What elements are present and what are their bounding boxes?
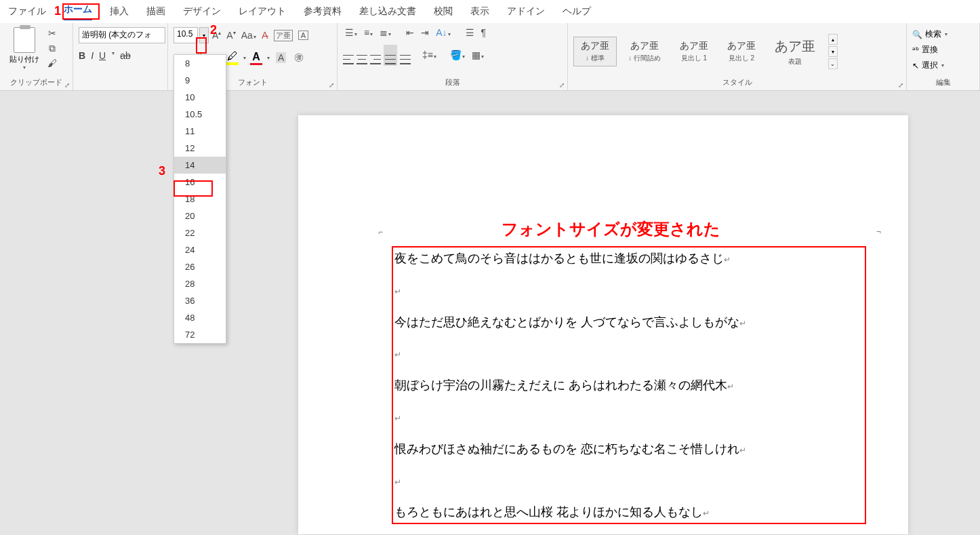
style-nospacing[interactable]: あア亜↓ 行間詰め xyxy=(621,37,668,66)
underline-button[interactable]: U xyxy=(99,50,106,61)
tab-design[interactable]: デザイン xyxy=(183,5,221,18)
editing-group-label: 編集 xyxy=(936,77,951,87)
size-opt-48[interactable]: 48 xyxy=(174,309,226,326)
dialog-launcher-icon[interactable]: ⤢ xyxy=(898,81,903,89)
chevron-down-icon: ▾ xyxy=(23,64,26,71)
enclose-chars-icon[interactable]: A xyxy=(298,31,308,40)
italic-button[interactable]: I xyxy=(91,50,94,61)
group-editing: 🔍検索▾ ᵃᵇ置換 ↖選択▾ 編集 xyxy=(907,23,980,90)
strikethrough-button[interactable]: ab xyxy=(120,50,131,61)
font-color-icon[interactable]: A xyxy=(250,51,262,65)
highlight-icon[interactable]: 🖊 xyxy=(226,50,239,65)
size-opt-22[interactable]: 22 xyxy=(174,224,226,241)
ruler-right-mark: ¬ xyxy=(876,227,881,237)
doc-line: 今はただ思ひ絶えなむとばかりを 人づてならで言ふよしもがな↵ xyxy=(394,306,746,338)
indent-increase-icon[interactable]: ⇥ xyxy=(421,27,429,38)
styles-more-icon[interactable]: ⌄ xyxy=(828,58,838,69)
align-left-icon[interactable] xyxy=(343,46,354,64)
group-font-basic: 游明朝 (本文のフォ B I U▾ ab xyxy=(73,23,168,90)
size-opt-72[interactable]: 72 xyxy=(174,326,226,343)
cursor-icon: ↖ xyxy=(912,61,919,71)
style-heading1[interactable]: あア亜見出し 1 xyxy=(672,37,716,66)
styles-group-label: スタイル xyxy=(722,77,752,87)
align-right-icon[interactable] xyxy=(370,46,381,64)
bold-button[interactable]: B xyxy=(79,50,85,61)
align-justify-icon[interactable] xyxy=(384,45,397,66)
tab-addins[interactable]: アドイン xyxy=(507,5,545,18)
align-distribute2-icon[interactable] xyxy=(400,46,411,64)
align-center-icon[interactable] xyxy=(356,46,367,64)
styles-down-icon[interactable]: ▾ xyxy=(828,46,838,57)
size-opt-10[interactable]: 10 xyxy=(174,89,226,106)
tab-file[interactable]: ファイル xyxy=(8,5,46,18)
dialog-launcher-icon[interactable]: ⤢ xyxy=(329,81,334,89)
clear-format-icon[interactable]: A̶ xyxy=(262,30,268,41)
size-opt-26[interactable]: 26 xyxy=(174,258,226,275)
doc-line: もろともにあはれと思へ山桜 花よりほかに知る人もなし↵ xyxy=(394,496,746,528)
size-opt-24[interactable]: 24 xyxy=(174,241,226,258)
tab-review[interactable]: 校閲 xyxy=(434,5,453,18)
size-opt-11[interactable]: 11 xyxy=(174,123,226,140)
size-opt-8[interactable]: 8 xyxy=(174,55,226,72)
tab-layout[interactable]: レイアウト xyxy=(239,5,286,18)
size-opt-28[interactable]: 28 xyxy=(174,275,226,292)
char-shading-icon[interactable]: A xyxy=(276,52,286,63)
paste-label: 貼り付け xyxy=(9,54,39,64)
size-opt-14[interactable]: 14 xyxy=(174,157,226,174)
size-opt-18[interactable]: 18 xyxy=(174,191,226,207)
dialog-launcher-icon[interactable]: ⤢ xyxy=(64,81,70,89)
search-icon: 🔍 xyxy=(912,30,922,39)
numbering-icon[interactable]: ≡▾ xyxy=(364,27,373,38)
paste-button[interactable]: 貼り付け ▾ xyxy=(5,27,43,71)
annotation-text: フォントサイズが変更された xyxy=(502,218,720,240)
size-opt-10-5[interactable]: 10.5 xyxy=(174,106,226,123)
size-opt-16[interactable]: 16 xyxy=(174,174,226,191)
style-heading2[interactable]: あア亜見出し 2 xyxy=(720,37,763,66)
select-button[interactable]: ↖選択▾ xyxy=(912,60,944,71)
indent-decrease-icon[interactable]: ⇤ xyxy=(406,27,414,38)
group-paragraph: ☰▾ ≡▾ ≣▾ ⇤ ⇥ A↓▾ ☰ ¶ ‡≡▾ 🪣▾ xyxy=(338,23,568,90)
replace-button[interactable]: ᵃᵇ置換 xyxy=(912,44,938,56)
tab-view[interactable]: 表示 xyxy=(470,5,489,18)
shrink-font-icon[interactable]: A▾ xyxy=(226,30,235,41)
phonetic-icon[interactable]: ア亜 xyxy=(274,30,293,41)
tab-help[interactable]: ヘルプ xyxy=(563,5,591,18)
show-marks-icon[interactable]: ¶ xyxy=(481,27,487,38)
shading-icon[interactable]: 🪣▾ xyxy=(450,49,465,60)
font-size-input[interactable]: 10.5 xyxy=(173,27,198,43)
size-opt-20[interactable]: 20 xyxy=(174,207,226,224)
size-opt-9[interactable]: 9 xyxy=(174,72,226,89)
cut-icon[interactable]: ✂ xyxy=(46,27,58,39)
font-name-input[interactable]: 游明朝 (本文のフォ xyxy=(79,27,165,43)
format-painter-icon[interactable]: 🖌 xyxy=(46,57,58,69)
group-styles: あア亜↓ 標準 あア亜↓ 行間詰め あア亜見出し 1 あア亜見出し 2 あア亜表… xyxy=(568,23,907,90)
tab-references[interactable]: 参考資料 xyxy=(304,5,342,18)
size-opt-36[interactable]: 36 xyxy=(174,292,226,309)
styles-up-icon[interactable]: ▴ xyxy=(828,34,838,45)
sort-icon[interactable]: A↓▾ xyxy=(436,27,450,38)
callout-3: 3 xyxy=(159,164,165,178)
tab-home[interactable]: ホーム xyxy=(64,3,92,20)
line-spacing-icon[interactable]: ‡≡▾ xyxy=(422,49,436,60)
bullets-icon[interactable]: ☰▾ xyxy=(345,27,357,38)
tab-draw[interactable]: 描画 xyxy=(146,5,165,18)
size-opt-12[interactable]: 12 xyxy=(174,140,226,157)
doc-line: 恨みわびほさぬ袖だにあるものを 恋に朽ちなむ名こそ惜しけれ↵ xyxy=(394,433,746,465)
callout-1: 1 xyxy=(54,4,61,18)
document-page[interactable]: ⌐ ¬ フォントサイズが変更された 夜をこめて鳥のそら音ははかるとも世に逢坂の関… xyxy=(298,115,908,534)
align-distribute-icon[interactable]: ☰ xyxy=(466,27,474,38)
doc-line: ↵ xyxy=(394,338,746,370)
change-case-icon[interactable]: Aa▾ xyxy=(241,30,256,41)
borders-icon[interactable]: ▦▾ xyxy=(472,49,484,60)
style-normal[interactable]: あア亜↓ 標準 xyxy=(573,37,617,66)
copy-icon[interactable]: ⧉ xyxy=(46,42,58,54)
style-title[interactable]: あア亜表題 xyxy=(767,34,823,70)
tab-insert[interactable]: 挿入 xyxy=(110,5,129,18)
multilevel-icon[interactable]: ≣▾ xyxy=(380,27,391,38)
find-button[interactable]: 🔍検索▾ xyxy=(912,28,947,40)
enclose-char-icon[interactable]: ㊝ xyxy=(294,52,304,64)
font-size-dropdown-button[interactable]: ▾ xyxy=(199,27,209,43)
dialog-launcher-icon[interactable]: ⤢ xyxy=(559,81,565,89)
tab-mailings[interactable]: 差し込み文書 xyxy=(359,5,416,18)
document-body[interactable]: 夜をこめて鳥のそら音ははかるとも世に逢坂の関はゆるさじ↵ ↵ 今はただ思ひ絶えな… xyxy=(394,243,746,528)
